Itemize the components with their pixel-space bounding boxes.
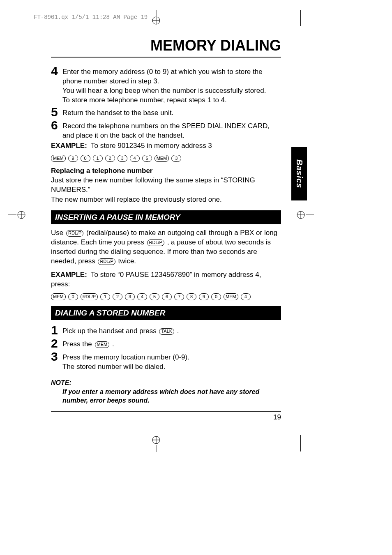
crop-mark-bottom (144, 432, 168, 452)
step-number: 6 (51, 119, 62, 140)
key-digit: 4 (241, 293, 251, 300)
key-digit: 1 (93, 155, 103, 162)
text: The stored number will be dialed. (62, 363, 165, 371)
page-content: MEMORY DIALING 4 Enter the memory addres… (51, 37, 281, 421)
key-digit: 5 (150, 293, 159, 300)
print-meta-line: FT-8901.qx 1/5/1 11:28 AM Page 19 (34, 14, 148, 21)
key-digit: 7 (174, 293, 184, 300)
key-digit: 0 (211, 293, 221, 300)
key-mem: MEM (154, 155, 169, 162)
key-digit: 1 (100, 293, 110, 300)
crop-mark-top (144, 10, 168, 26)
pause-paragraph: Use RDL/P (redial/pause) to make an outg… (51, 228, 281, 266)
crop-corner-bottom-right (300, 435, 302, 451)
step-body: Record the telephone numbers on the SPEE… (62, 119, 281, 140)
key-digit: 3 (125, 293, 135, 300)
page-footer: 19 (51, 411, 281, 421)
side-tab-basics: Basics (291, 147, 307, 200)
replacing-text-2: The new number will replace the previous… (51, 195, 281, 205)
step-number: 5 (51, 106, 62, 118)
step-number: 3 (51, 350, 62, 372)
step-text: Enter the memory address (0 to 9) at whi… (62, 68, 263, 85)
step-number: 4 (51, 65, 62, 105)
key-rdlp-icon: RDL/P (66, 230, 83, 237)
example-text: To store 9012345 in memory address 3 (91, 142, 212, 150)
text: . (175, 327, 179, 335)
example-1-keys: MEM 9 0 1 2 3 4 5 MEM 3 (51, 155, 281, 162)
key-rdlp-icon: RDL/P (147, 240, 164, 246)
example-1: EXAMPLE: To store 9012345 in memory addr… (51, 141, 281, 151)
replacing-heading: Replacing a telephone number (51, 167, 281, 175)
key-talk-icon: TALK (159, 328, 174, 335)
step-6: 6 Record the telephone numbers on the SP… (51, 119, 281, 140)
step-4: 4 Enter the memory address (0 to 9) at w… (51, 65, 281, 105)
page-number: 19 (273, 413, 281, 421)
dial-step-2: 2 Press the MEM . (51, 337, 281, 350)
text: twice. (116, 257, 136, 265)
step-text: You will hear a long beep when the numbe… (62, 87, 266, 94)
text: Use (51, 229, 65, 237)
step-body: Enter the memory address (0 to 9) at whi… (62, 65, 281, 105)
note-label: NOTE: (51, 379, 281, 387)
example-2-keys: MEM 0 RDL/P 1 2 3 4 5 6 7 8 9 0 MEM 4 (51, 293, 281, 300)
key-rdlp: RDL/P (81, 293, 98, 300)
key-digit: 9 (68, 155, 78, 162)
key-digit: 8 (187, 293, 196, 300)
key-digit: 4 (137, 293, 147, 300)
key-mem: MEM (51, 155, 66, 162)
dial-step-1: 1 Pick up the handset and press TALK . (51, 324, 281, 336)
text: Press the (62, 340, 94, 348)
crop-corner-top-right (300, 10, 302, 26)
step-body: Pick up the handset and press TALK . (62, 324, 281, 336)
key-mem: MEM (224, 293, 238, 300)
key-digit: 9 (199, 293, 209, 300)
example-label: EXAMPLE: (51, 142, 87, 150)
crop-mark-left (8, 205, 33, 225)
key-mem: MEM (51, 293, 66, 300)
example-label: EXAMPLE: (51, 271, 87, 279)
key-digit: 0 (68, 293, 78, 300)
text: Pick up the handset and press (62, 327, 158, 335)
key-digit: 2 (113, 293, 122, 300)
note-body: If you enter a memory address which does… (62, 387, 281, 405)
section-dialing-stored: DIALING A STORED NUMBER (51, 306, 281, 320)
section-inserting-pause: INSERTING A PAUSE IN MEMORY (51, 210, 281, 224)
key-rdlp-icon: RDL/P (98, 258, 115, 265)
crop-mark-right (289, 205, 314, 225)
key-digit: 3 (118, 155, 127, 162)
step-5: 5 Return the handset to the base unit. (51, 106, 281, 118)
key-digit: 0 (81, 155, 90, 162)
key-mem-icon: MEM (95, 341, 110, 348)
replacing-text: Just store the new number following the … (51, 176, 281, 195)
text: . (110, 340, 114, 348)
key-digit: 3 (171, 155, 181, 162)
key-digit: 4 (130, 155, 140, 162)
key-digit: 2 (105, 155, 115, 162)
dial-step-3: 3 Press the memory location number (0-9)… (51, 350, 281, 372)
page-title: MEMORY DIALING (51, 37, 281, 58)
text: Press the memory location number (0-9). (62, 353, 189, 361)
step-number: 2 (51, 337, 62, 350)
step-text: To store more telephone number, repeat s… (62, 96, 227, 104)
step-body: Return the handset to the base unit. (62, 106, 281, 118)
step-body: Press the memory location number (0-9). … (62, 350, 281, 372)
step-number: 1 (51, 324, 62, 336)
key-digit: 5 (142, 155, 152, 162)
key-digit: 6 (162, 293, 172, 300)
example-2: EXAMPLE: To store “0 PAUSE 1234567890” i… (51, 270, 281, 289)
step-body: Press the MEM . (62, 337, 281, 350)
